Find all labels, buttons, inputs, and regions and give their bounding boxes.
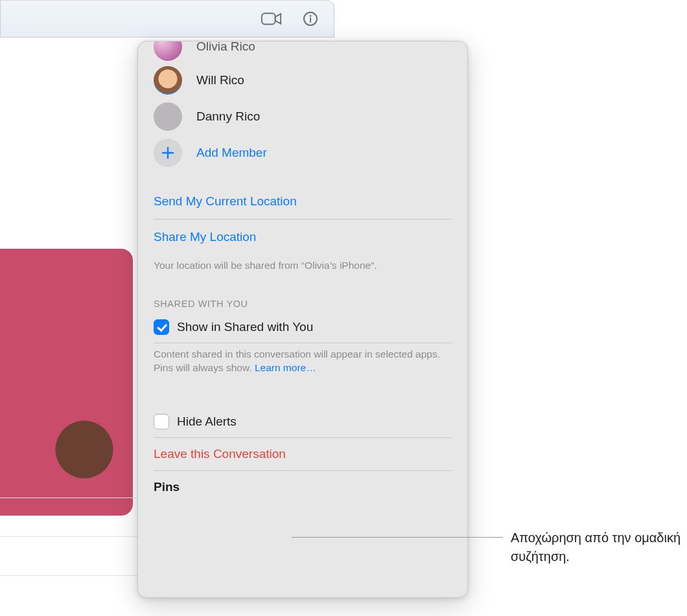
member-row[interactable]: Will Rico (154, 62, 452, 98)
svg-rect-0 (262, 14, 275, 25)
info-icon[interactable] (299, 7, 322, 30)
facetime-video-icon[interactable] (260, 7, 283, 30)
add-member-label: Add Member (196, 146, 267, 160)
member-name: Olivia Rico (196, 41, 255, 54)
learn-more-link[interactable]: Learn more… (255, 362, 316, 373)
leave-conversation-button[interactable]: Leave this Conversation (154, 438, 452, 470)
hide-alerts-toggle[interactable]: Hide Alerts (154, 410, 452, 437)
callout-text: Αποχώρηση από την ομαδική συζήτηση. (511, 529, 686, 566)
avatar (154, 66, 182, 95)
conversation-background (0, 38, 137, 582)
shared-photo-thumbnail (0, 249, 133, 516)
shared-with-you-header: SHARED WITH YOU (154, 282, 452, 315)
callout-leader-line (292, 537, 503, 538)
show-in-shared-with-you-toggle[interactable]: Show in Shared with You (154, 315, 452, 343)
share-my-location-button[interactable]: Share My Location (154, 220, 452, 255)
checkbox-label: Show in Shared with You (177, 320, 313, 334)
checkbox-checked-icon[interactable] (154, 319, 169, 335)
member-name: Danny Rico (196, 109, 260, 124)
pins-section-header: Pins (154, 471, 452, 498)
avatar (154, 41, 182, 61)
details-popover: Olivia Rico Will Rico Danny Rico Add Mem… (137, 41, 468, 598)
member-row[interactable]: Olivia Rico (154, 41, 452, 62)
checkbox-unchecked-icon[interactable] (154, 414, 169, 429)
svg-point-2 (310, 16, 311, 16)
member-name: Will Rico (196, 73, 244, 87)
plus-icon (154, 139, 182, 167)
member-row[interactable]: Danny Rico (154, 98, 452, 135)
conversation-toolbar (0, 0, 334, 38)
add-member-button[interactable]: Add Member (154, 135, 452, 171)
checkbox-label: Hide Alerts (177, 415, 237, 429)
avatar (154, 102, 182, 131)
shared-with-you-hint: Content shared in this conversation will… (154, 343, 452, 384)
location-hint: Your location will be shared from “Olivi… (154, 255, 452, 282)
send-current-location-button[interactable]: Send My Current Location (154, 184, 452, 219)
